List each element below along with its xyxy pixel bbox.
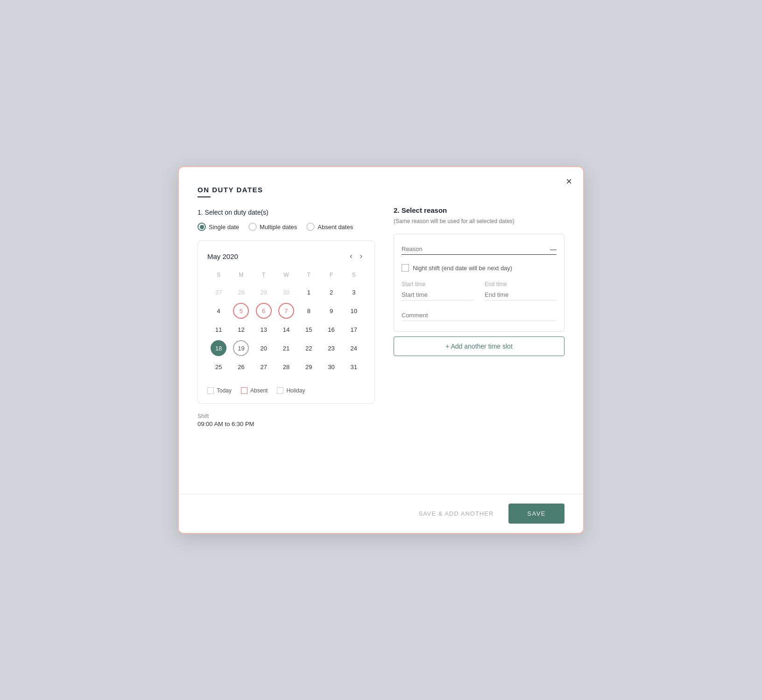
calendar-legend: Today Absent Holiday xyxy=(207,383,365,394)
modal-content: × ON DUTY DATES 1. Select on duty date(s… xyxy=(179,167,583,494)
legend-holiday: Holiday xyxy=(277,387,305,394)
cal-cell[interactable]: 26 xyxy=(233,359,249,375)
cal-cell[interactable]: 29 xyxy=(301,359,317,375)
reason-input[interactable] xyxy=(402,244,550,254)
calendar-week-4: 18 19 20 21 22 23 24 xyxy=(207,339,365,357)
shift-info: Shift 09:00 AM to 6:30 PM xyxy=(198,413,375,427)
legend-today: Today xyxy=(207,387,232,394)
cal-cell[interactable]: 14 xyxy=(278,322,294,337)
cal-cell[interactable]: 9 xyxy=(324,303,339,319)
close-button[interactable]: × xyxy=(566,176,572,187)
cal-cell[interactable]: 15 xyxy=(301,322,317,337)
start-time-input[interactable] xyxy=(402,289,473,301)
section-label-2: 2. Select reason xyxy=(394,206,564,214)
title-underline xyxy=(198,196,211,197)
cal-cell[interactable]: 25 xyxy=(211,359,226,375)
dropdown-icon: — xyxy=(550,245,557,253)
calendar-nav-group: ‹ › xyxy=(347,250,365,262)
calendar-week-2: 4 5 6 7 8 9 10 xyxy=(207,301,365,320)
radio-label-single: Single date xyxy=(209,224,239,231)
cal-cell[interactable]: 16 xyxy=(324,322,339,337)
cal-cell[interactable]: 20 xyxy=(256,340,272,356)
section-label-1: 1. Select on duty date(s) xyxy=(198,209,375,216)
cal-cell[interactable]: 10 xyxy=(346,303,362,319)
calendar-day-headers: S M T W T F S xyxy=(207,270,365,283)
reason-input-wrapper: — xyxy=(402,244,557,255)
calendar-month: May 2020 xyxy=(207,252,238,260)
cal-cell[interactable]: 30 xyxy=(278,284,294,300)
comment-field xyxy=(402,310,557,321)
cal-cell-6[interactable]: 6 xyxy=(256,303,272,319)
calendar-week-1: 27 28 29 30 1 2 3 xyxy=(207,283,365,301)
legend-box-today xyxy=(207,387,214,394)
radio-circle-single xyxy=(198,223,206,231)
right-panel: 2. Select reason (Same reason will be us… xyxy=(394,186,564,475)
cal-cell-18-today[interactable]: 18 xyxy=(211,340,226,356)
cal-cell[interactable]: 29 xyxy=(256,284,272,300)
reason-field-row: — xyxy=(402,244,557,255)
save-add-another-button[interactable]: SAVE & ADD ANOTHER xyxy=(411,504,501,523)
radio-circle-multiple xyxy=(248,223,257,231)
day-header-t1: T xyxy=(253,270,275,283)
cal-cell[interactable]: 8 xyxy=(301,303,317,319)
radio-label-absent: Absent dates xyxy=(318,224,353,231)
end-time-input[interactable] xyxy=(485,289,557,301)
legend-box-holiday xyxy=(277,387,283,394)
cal-cell[interactable]: 28 xyxy=(233,284,249,300)
cal-cell[interactable]: 21 xyxy=(278,340,294,356)
cal-cell[interactable]: 22 xyxy=(301,340,317,356)
cal-cell[interactable]: 2 xyxy=(324,284,339,300)
day-header-m: M xyxy=(230,270,252,283)
cal-cell[interactable]: 23 xyxy=(324,340,339,356)
cal-cell[interactable]: 30 xyxy=(324,359,339,375)
cal-cell[interactable]: 27 xyxy=(256,359,272,375)
radio-circle-absent xyxy=(306,223,315,231)
save-button[interactable]: SAVE xyxy=(508,504,564,524)
reason-box: — Night shift (end date will be next day… xyxy=(394,234,564,332)
end-time-field: End time xyxy=(485,281,557,301)
night-shift-row: Night shift (end date will be next day) xyxy=(402,264,557,272)
cal-cell[interactable]: 11 xyxy=(211,322,226,337)
radio-single-date[interactable]: Single date xyxy=(198,223,239,231)
legend-label-holiday: Holiday xyxy=(286,387,305,394)
cal-cell-7[interactable]: 7 xyxy=(278,303,294,319)
calendar-prev-button[interactable]: ‹ xyxy=(347,250,355,262)
legend-label-absent: Absent xyxy=(250,387,268,394)
comment-input[interactable] xyxy=(402,310,557,321)
cal-cell[interactable]: 1 xyxy=(301,284,317,300)
radio-label-multiple: Multiple dates xyxy=(260,224,297,231)
cal-cell-5[interactable]: 5 xyxy=(233,303,249,319)
cal-cell[interactable]: 31 xyxy=(346,359,362,375)
cal-cell[interactable]: 3 xyxy=(346,284,362,300)
calendar-week-3: 11 12 13 14 15 16 17 xyxy=(207,320,365,339)
day-header-t2: T xyxy=(297,270,320,283)
add-timeslot-button[interactable]: + Add another time slot xyxy=(394,336,564,356)
cal-cell[interactable]: 27 xyxy=(211,284,226,300)
left-panel: ON DUTY DATES 1. Select on duty date(s) … xyxy=(198,186,375,475)
radio-multiple-dates[interactable]: Multiple dates xyxy=(248,223,297,231)
cal-cell[interactable]: 17 xyxy=(346,322,362,337)
modal-footer: SAVE & ADD ANOTHER SAVE xyxy=(179,494,583,533)
time-row: Start time End time xyxy=(402,281,557,301)
night-shift-checkbox[interactable] xyxy=(402,264,409,272)
start-time-field: Start time xyxy=(402,281,473,301)
legend-box-absent xyxy=(241,387,247,394)
calendar-header: May 2020 ‹ › xyxy=(207,250,365,262)
radio-absent-dates[interactable]: Absent dates xyxy=(306,223,353,231)
shift-label: Shift xyxy=(198,413,375,420)
legend-label-today: Today xyxy=(217,387,232,394)
cal-cell[interactable]: 13 xyxy=(256,322,272,337)
section-sublabel: (Same reason will be used for all select… xyxy=(394,218,564,224)
night-shift-label: Night shift (end date will be next day) xyxy=(413,265,512,272)
day-header-w: W xyxy=(275,270,297,283)
legend-absent: Absent xyxy=(241,387,268,394)
cal-cell[interactable]: 24 xyxy=(346,340,362,356)
modal-title: ON DUTY DATES xyxy=(198,186,375,194)
cal-cell[interactable]: 4 xyxy=(211,303,226,319)
shift-time: 09:00 AM to 6:30 PM xyxy=(198,420,375,427)
cal-cell[interactable]: 28 xyxy=(278,359,294,375)
calendar-next-button[interactable]: › xyxy=(357,250,365,262)
cal-cell-19[interactable]: 19 xyxy=(233,340,249,356)
calendar: May 2020 ‹ › S M T W T F S xyxy=(198,240,375,404)
cal-cell[interactable]: 12 xyxy=(233,322,249,337)
